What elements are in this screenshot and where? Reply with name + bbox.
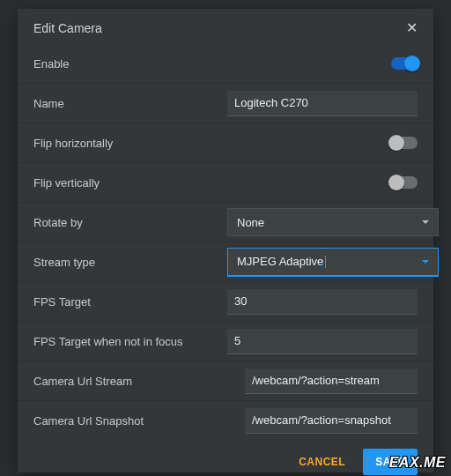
row-enable: Enable [18, 44, 433, 83]
input-url-snapshot[interactable] [245, 408, 418, 434]
label-flip-h: Flip horizontally [33, 137, 227, 150]
select-stream-type-value: MJPEG Adaptive [237, 255, 323, 268]
input-fps-unfocus[interactable] [227, 329, 418, 354]
chevron-down-icon [422, 220, 429, 224]
row-fps-unfocus: FPS Target when not in focus [18, 321, 433, 361]
select-stream-type[interactable]: MJPEG Adaptive [227, 248, 439, 277]
label-url-stream: Camera Url Stream [33, 375, 227, 388]
input-name[interactable] [227, 91, 418, 116]
watermark: EAX.ME [389, 455, 446, 471]
label-stream-type: Stream type [33, 256, 227, 269]
edit-camera-dialog: Edit Camera ✕ Enable Name Flip horizonta… [18, 9, 433, 472]
row-fps: FPS Target [18, 281, 433, 321]
label-rotate: Rotate by [33, 216, 227, 229]
label-fps: FPS Target [33, 295, 227, 309]
row-name: Name [18, 83, 433, 123]
label-fps-unfocus: FPS Target when not in focus [33, 335, 227, 348]
row-url-snapshot: Camera Url Snapshot [18, 400, 433, 440]
toggle-enable[interactable] [391, 57, 418, 70]
row-rotate: Rotate by None [18, 202, 433, 242]
select-rotate[interactable]: None [227, 208, 439, 236]
dialog-actions: CANCEL SAVE [18, 440, 433, 476]
row-url-stream: Camera Url Stream [18, 361, 433, 400]
chevron-down-icon [422, 260, 429, 264]
input-fps[interactable] [227, 289, 418, 315]
row-flip-v: Flip vertically [18, 162, 433, 202]
label-url-snapshot: Camera Url Snapshot [33, 414, 227, 428]
toggle-flip-v[interactable] [391, 176, 418, 189]
close-icon[interactable]: ✕ [406, 21, 418, 35]
toggle-flip-h[interactable] [391, 137, 418, 149]
row-stream-type: Stream type MJPEG Adaptive [18, 242, 433, 281]
label-name: Name [33, 97, 227, 110]
label-enable: Enable [33, 57, 227, 71]
row-flip-h: Flip horizontally [18, 123, 433, 162]
input-url-stream[interactable] [245, 368, 418, 394]
form-rows: Enable Name Flip horizontally Flip verti… [18, 44, 433, 440]
dialog-title: Edit Camera [33, 21, 102, 35]
dialog-titlebar: Edit Camera ✕ [18, 9, 433, 44]
select-rotate-value: None [237, 216, 264, 229]
label-flip-v: Flip vertically [33, 176, 227, 190]
cancel-button[interactable]: CANCEL [299, 456, 345, 468]
